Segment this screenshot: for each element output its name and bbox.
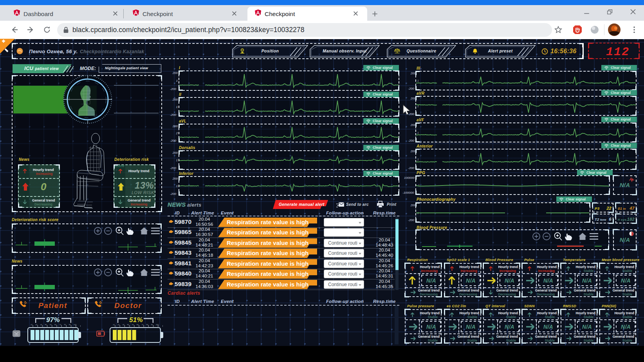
svg-text:90: 90 (151, 324, 153, 326)
svg-text:80: 80 (64, 324, 66, 326)
svg-text:80: 80 (146, 324, 148, 326)
svg-text:30: 30 (122, 324, 124, 326)
svg-text:10: 10 (31, 324, 33, 326)
svg-text:10: 10 (113, 324, 115, 326)
svg-text:60: 60 (54, 324, 57, 326)
svg-text:60: 60 (137, 324, 139, 326)
svg-text:40: 40 (127, 324, 130, 326)
svg-text:70: 70 (59, 324, 61, 326)
svg-text:40: 40 (45, 324, 47, 326)
svg-text:100: 100 (74, 324, 77, 326)
svg-text:20: 20 (35, 324, 38, 326)
svg-text:50: 50 (132, 324, 134, 326)
svg-text:100: 100 (156, 324, 159, 326)
svg-text:50: 50 (50, 324, 52, 326)
svg-text:20: 20 (117, 324, 120, 326)
svg-text:90: 90 (69, 324, 71, 326)
svg-text:30: 30 (40, 324, 42, 326)
svg-text:70: 70 (141, 324, 144, 326)
